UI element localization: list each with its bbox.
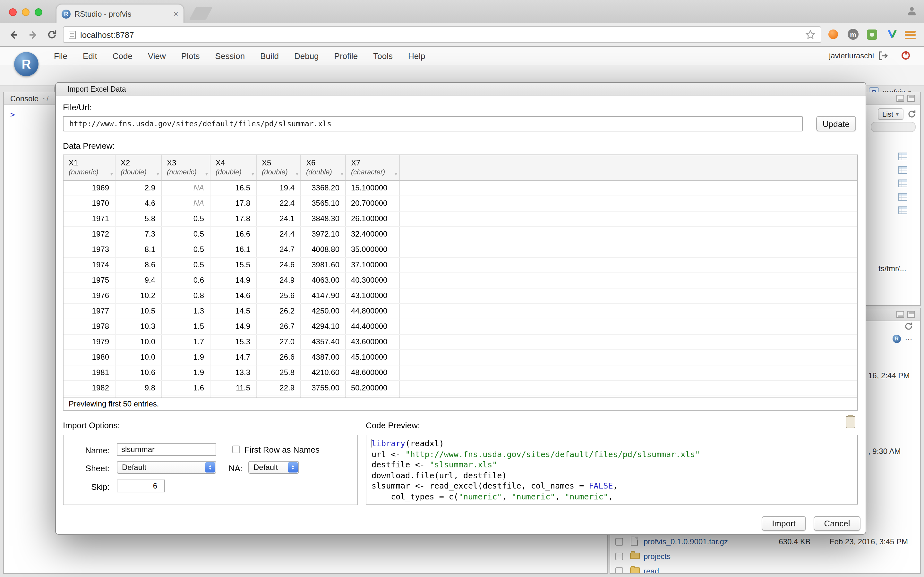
menu-profile[interactable]: Profile [334,51,358,61]
preview-note-text: Previewing first 50 entries. [69,400,159,408]
maximize-pane-icon[interactable] [907,311,915,318]
minimize-pane-icon[interactable] [897,95,904,102]
column-filter-caret-icon[interactable]: ▾ [205,171,208,177]
na-select[interactable]: Default ▴▾ [248,461,299,474]
menu-code[interactable]: Code [113,51,132,61]
file-name-link[interactable]: profvis_0.1.0.9001.tar.gz [644,537,728,546]
dataframe-view-icon[interactable] [898,153,907,160]
dataframe-view-icon[interactable] [898,179,907,187]
forward-button[interactable] [27,29,39,44]
column-filter-caret-icon[interactable]: ▾ [110,171,113,177]
extension-green-icon[interactable] [867,29,877,40]
sheet-select[interactable]: Default ▴▾ [117,461,216,474]
code-token: url <- [372,449,405,459]
file-row[interactable]: projects [610,550,920,564]
extension-v-icon[interactable] [887,28,898,42]
table-cell: 4008.80 [301,242,346,257]
window-minimize-button[interactable] [22,8,29,16]
skip-input[interactable]: 6 [117,480,165,492]
column-header-x2[interactable]: X2(double)▾ [115,155,162,180]
environment-list-button[interactable]: List ▾ [878,108,903,120]
tab-close-icon[interactable]: × [174,10,178,18]
table-header-row: X1(numeric)▾X2(double)▾X3(numeric)▾X4(do… [63,155,857,181]
browser-profile-icon[interactable] [907,7,916,16]
column-header-x4[interactable]: X4(double)▾ [210,155,257,180]
first-row-as-names-checkbox[interactable] [232,446,240,453]
column-header-x7[interactable]: X7(character)▾ [346,155,400,180]
name-input[interactable]: slsummar [117,443,216,456]
extension-orange-icon[interactable] [829,29,838,39]
bookmark-star-icon[interactable] [805,29,816,40]
table-cell: 8.6 [115,258,162,272]
menu-tools[interactable]: Tools [373,51,393,61]
console-prompt[interactable]: > [10,110,15,119]
menu-file[interactable]: File [54,51,67,61]
console-tab[interactable]: Console [10,94,39,103]
column-filter-caret-icon[interactable]: ▾ [296,171,298,177]
new-tab-button[interactable] [189,7,212,20]
file-checkbox[interactable] [615,567,623,574]
column-filter-caret-icon[interactable]: ▾ [157,171,159,177]
table-cell: 4147.90 [301,288,346,303]
signout-icon[interactable] [879,51,888,63]
copy-to-clipboard-icon[interactable] [846,416,855,428]
menu-debug[interactable]: Debug [294,51,319,61]
window-zoom-button[interactable] [35,8,42,16]
data-preview-table[interactable]: X1(numeric)▾X2(double)▾X3(numeric)▾X4(do… [63,155,858,411]
refresh-icon[interactable] [904,322,913,334]
file-row[interactable]: profvis_0.1.0.9001.tar.gz 630.4 KB Feb 2… [610,535,920,549]
column-header-x5[interactable]: X5(double)▾ [257,155,301,180]
quit-session-icon[interactable] [901,51,910,60]
table-cell: 3368.20 [301,181,346,195]
import-button[interactable]: Import [762,516,806,531]
dataframe-view-icon[interactable] [898,166,907,174]
minimize-pane-icon[interactable] [897,311,904,318]
column-name: X5 [262,158,295,167]
file-row[interactable]: read [610,564,920,574]
dialog-title: Import Excel Data [67,85,126,93]
folder-name-link[interactable]: read [644,567,659,574]
menu-help[interactable]: Help [408,51,425,61]
table-cell: 1.9 [162,350,210,365]
address-bar[interactable]: localhost:8787 [63,26,821,43]
dataframe-view-icon[interactable] [898,206,907,214]
file-url-input[interactable]: http://www.fns.usda.gov/sites/default/fi… [63,116,803,131]
window-close-button[interactable] [9,8,17,16]
file-checkbox[interactable] [615,553,623,560]
column-filter-caret-icon[interactable]: ▾ [341,171,343,177]
first-row-as-names-label[interactable]: First Row as Names [244,445,320,455]
file-checkbox[interactable] [615,538,623,546]
code-preview-box[interactable]: library(readxl)url <- "http://www.fns.us… [366,435,858,504]
column-header-x3[interactable]: X3(numeric)▾ [162,155,210,180]
cancel-button[interactable]: Cancel [814,516,861,531]
table-cell: 11.5 [210,381,257,396]
back-button[interactable] [8,29,20,44]
table-cell: 27.0 [257,335,301,350]
maximize-pane-icon[interactable] [907,95,915,102]
dataframe-view-icon[interactable] [898,193,907,201]
refresh-icon[interactable] [907,110,916,121]
column-filter-caret-icon[interactable]: ▾ [395,171,397,177]
column-header-x1[interactable]: X1(numeric)▾ [63,155,115,180]
table-body[interactable]: 19692.9NA16.519.43368.2015.10000019704.6… [63,181,857,398]
column-filter-caret-icon[interactable]: ▾ [252,171,254,177]
menu-edit[interactable]: Edit [83,51,97,61]
environment-filter-box[interactable] [871,122,916,132]
browser-tab[interactable]: R RStudio - profvis × [57,5,184,23]
column-header-x6[interactable]: X6(double)▾ [301,155,346,180]
menu-plots[interactable]: Plots [181,51,200,61]
menu-session[interactable]: Session [215,51,245,61]
folder-name-link[interactable]: projects [644,552,670,561]
browser-tabstrip: R RStudio - profvis × [0,0,924,23]
table-cell: 2.9 [115,181,162,195]
browser-menu-icon[interactable] [905,31,916,39]
menu-build[interactable]: Build [260,51,279,61]
reload-button[interactable] [46,29,58,43]
dialog-titlebar[interactable]: Import Excel Data [56,83,866,95]
update-button[interactable]: Update [816,116,856,131]
menu-view[interactable]: View [148,51,166,61]
more-options-icon[interactable]: … [905,333,913,342]
url-text[interactable]: localhost:8787 [80,30,801,39]
extension-m-icon[interactable]: m [848,29,859,40]
table-cell: 24.1 [257,211,301,226]
